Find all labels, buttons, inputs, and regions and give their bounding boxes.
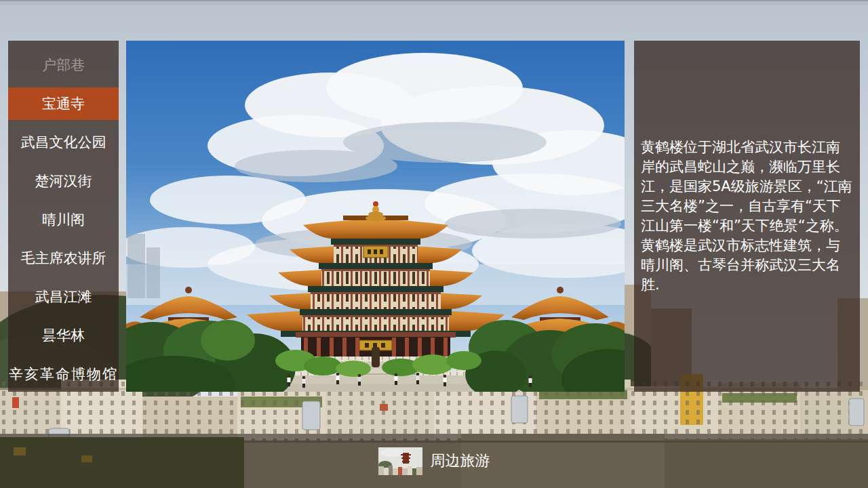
- sidebar-item-chuhe-hanjie[interactable]: 楚河汉街: [8, 165, 119, 197]
- poi-sidebar-list: 户部巷 宝通寺 武昌文化公园 楚河汉街 晴川阁 毛主席农讲所 武昌江滩 昙华林 …: [8, 41, 119, 392]
- poi-detail-panel: 黄鹤楼位于湖北省武汉市长江南岸的武昌蛇山之巅，濒临万里长江，是国家5A级旅游景区…: [634, 41, 860, 392]
- sidebar-item-mao-lecture-institute[interactable]: 毛主席农讲所: [8, 242, 119, 274]
- sidebar-item-wuchang-culture-park[interactable]: 武昌文化公园: [8, 126, 119, 159]
- sidebar-item-xinhai-museum[interactable]: 辛亥革命博物馆: [8, 358, 119, 390]
- sidebar-item-tanhualin[interactable]: 昙华林: [8, 319, 119, 352]
- nearby-tourism-label: 周边旅游: [431, 451, 490, 471]
- nearby-tourism-button[interactable]: 周边旅游: [378, 447, 490, 475]
- sidebar-item-baotongsi[interactable]: 宝通寺: [8, 87, 119, 120]
- sidebar-item-hubuxiang[interactable]: 户部巷: [8, 49, 119, 81]
- sidebar-item-qingchuange[interactable]: 晴川阁: [8, 203, 119, 236]
- bottom-bar: 周边旅游: [0, 434, 868, 488]
- poi-description-text: 黄鹤楼位于湖北省武汉市长江南岸的武昌蛇山之巅，濒临万里长江，是国家5A级旅游景区…: [641, 138, 853, 295]
- yellow-crane-tower-photo: [126, 41, 625, 392]
- sidebar-item-wuchang-riverbank[interactable]: 武昌江滩: [8, 281, 119, 313]
- nearby-thumbnail-image: [378, 447, 422, 475]
